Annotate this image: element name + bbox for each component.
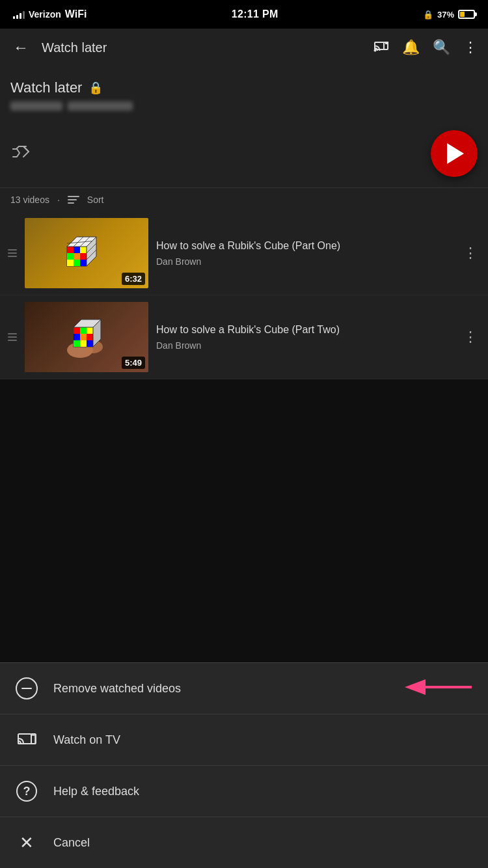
svg-rect-5 [74, 247, 80, 253]
sort-icon[interactable] [68, 196, 79, 204]
svg-rect-6 [80, 247, 87, 253]
help-icon: ? [16, 780, 38, 802]
playlist-meta [10, 102, 478, 111]
page-title: Watch later [42, 40, 363, 55]
status-left: Verizon WiFi [13, 8, 87, 20]
video-info: How to solve a Rubik's Cube (Part One) D… [156, 239, 453, 267]
cast-button[interactable] [373, 38, 389, 57]
drag-handle[interactable] [8, 249, 17, 257]
video-channel: Dan Brown [156, 340, 448, 351]
video-list: 6:32 How to solve a Rubik's Cube (Part O… [0, 211, 488, 379]
shuffle-button[interactable] [10, 144, 31, 164]
video-thumbnail[interactable]: 5:49 [25, 302, 148, 372]
watch-on-tv-label: Watch on TV [53, 733, 120, 747]
svg-rect-31 [80, 340, 87, 347]
watch-on-tv-item[interactable]: Watch on TV [0, 714, 488, 765]
battery-indicator [458, 10, 475, 19]
status-right: 🔒 37% [423, 10, 475, 20]
back-button[interactable]: ← [10, 36, 31, 59]
separator: · [57, 195, 60, 205]
svg-rect-26 [87, 327, 93, 334]
svg-rect-11 [74, 260, 80, 266]
svg-rect-30 [74, 340, 80, 347]
video-title: How to solve a Rubik's Cube (Part One) [156, 239, 448, 253]
playlist-lock-icon: 🔒 [88, 81, 103, 95]
video-count: 13 videos [10, 195, 49, 205]
video-thumbnail[interactable]: 6:32 [25, 218, 148, 288]
carrier-label: Verizon [29, 9, 61, 20]
svg-rect-12 [80, 260, 87, 266]
svg-rect-10 [67, 260, 74, 266]
drag-handle[interactable] [8, 333, 17, 341]
sort-button[interactable]: Sort [87, 195, 104, 205]
video-item: 6:32 How to solve a Rubik's Cube (Part O… [0, 211, 488, 295]
play-all-button[interactable] [431, 130, 478, 177]
header-icons: 🔔 🔍 ⋮ [373, 38, 478, 57]
svg-rect-8 [74, 253, 80, 260]
cast-icon [16, 729, 38, 751]
video-more-button[interactable]: ⋮ [461, 242, 480, 264]
playlist-title-row: Watch later 🔒 [10, 79, 478, 96]
status-bar: Verizon WiFi 12:11 PM 🔒 37% [0, 0, 488, 29]
battery-percent: 37% [437, 10, 454, 20]
svg-rect-32 [87, 340, 93, 347]
remove-watched-item[interactable]: Remove watched videos [0, 663, 488, 714]
cancel-label: Cancel [53, 836, 90, 850]
svg-rect-7 [67, 253, 74, 260]
video-duration: 6:32 [122, 273, 145, 285]
video-info: How to solve a Rubik's Cube (Part Two) D… [156, 323, 453, 351]
pink-arrow-annotation [397, 674, 475, 703]
help-feedback-item[interactable]: ? Help & feedback [0, 765, 488, 817]
svg-rect-9 [80, 253, 87, 260]
video-more-button[interactable]: ⋮ [461, 326, 480, 348]
signal-bars [13, 10, 25, 19]
more-options-button[interactable]: ⋮ [463, 39, 478, 56]
search-button[interactable]: 🔍 [433, 39, 450, 56]
svg-rect-28 [80, 334, 87, 340]
x-icon: ✕ [16, 832, 38, 854]
video-count-row: 13 videos · Sort [0, 187, 488, 211]
video-duration: 5:49 [122, 357, 145, 369]
header: ← Watch later 🔔 🔍 ⋮ [0, 29, 488, 66]
video-channel: Dan Brown [156, 256, 448, 267]
minus-circle-icon [16, 677, 38, 699]
video-title: How to solve a Rubik's Cube (Part Two) [156, 323, 448, 337]
cancel-item[interactable]: ✕ Cancel [0, 817, 488, 868]
video-item: 5:49 How to solve a Rubik's Cube (Part T… [0, 295, 488, 379]
playlist-header: Watch later 🔒 [0, 66, 488, 130]
svg-rect-4 [67, 247, 74, 253]
svg-rect-24 [74, 327, 80, 334]
svg-rect-29 [87, 334, 93, 340]
meta-blur-1 [10, 102, 62, 111]
notification-bell-button[interactable]: 🔔 [402, 39, 420, 56]
svg-point-1 [375, 50, 376, 51]
lock-status-icon: 🔒 [423, 10, 433, 20]
playlist-title: Watch later [10, 79, 82, 96]
remove-watched-label: Remove watched videos [53, 682, 181, 696]
meta-blur-2 [68, 102, 133, 111]
controls-row [0, 130, 488, 187]
bottom-sheet: Remove watched videos [0, 662, 488, 868]
wifi-icon: WiFi [65, 8, 87, 20]
svg-rect-25 [80, 327, 87, 334]
play-icon [447, 143, 464, 164]
svg-point-37 [18, 742, 19, 744]
svg-rect-27 [74, 334, 80, 340]
time-display: 12:11 PM [232, 8, 278, 20]
help-feedback-label: Help & feedback [53, 785, 139, 798]
